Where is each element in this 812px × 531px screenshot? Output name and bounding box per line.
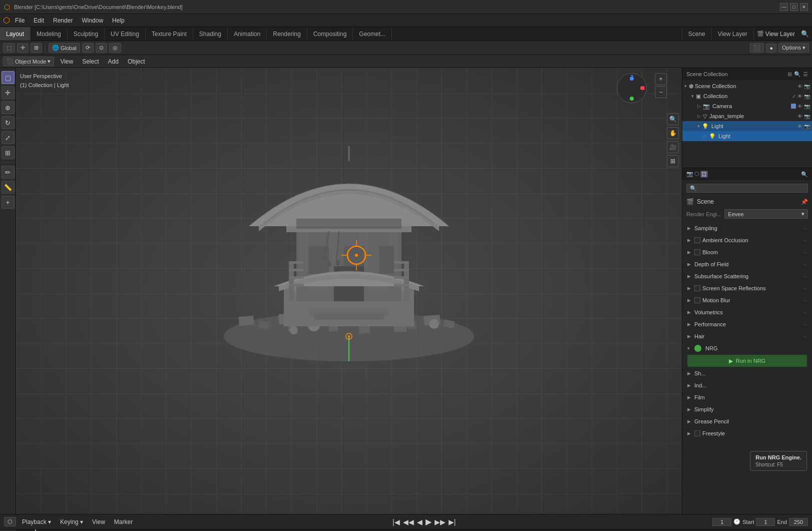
vol-row[interactable]: ▶ Volumetrics ··· bbox=[684, 307, 810, 318]
snap-btn[interactable]: ⊞ bbox=[31, 43, 42, 53]
play-reverse-btn[interactable]: ◀ bbox=[417, 518, 423, 526]
timeline-mode-btn[interactable]: ⬡ bbox=[4, 517, 16, 526]
props-icon-1[interactable]: 📷 bbox=[686, 171, 693, 178]
zoom-tool[interactable]: 🔍 bbox=[667, 113, 679, 125]
transform-btn[interactable]: ⟳ bbox=[82, 43, 94, 53]
select-box-btn[interactable]: ⬚ bbox=[3, 43, 15, 53]
playback-menu[interactable]: Playback ▾ bbox=[19, 517, 54, 526]
outliner-temple[interactable]: ▷ ▽ Japan_temple 👁 📷 bbox=[682, 111, 812, 121]
outliner-camera[interactable]: ▷ 📷 Camera 👁 📷 bbox=[682, 101, 812, 111]
hair-row[interactable]: ▶ Hair ··· bbox=[684, 331, 810, 342]
jump-start-btn[interactable]: |◀ bbox=[392, 518, 400, 526]
run-nrg-button[interactable]: ▶ Run in NRG bbox=[687, 355, 807, 367]
menu-render[interactable]: Render bbox=[49, 16, 77, 25]
current-frame-input[interactable]: 1 bbox=[712, 518, 731, 526]
transform-tool[interactable]: ⊞ bbox=[2, 146, 15, 159]
snap-toggle-btn[interactable]: ⊙ bbox=[96, 43, 107, 53]
tab-scene[interactable]: Scene bbox=[682, 27, 712, 41]
scale-tool[interactable]: ⤢ bbox=[2, 131, 15, 144]
zoom-out-btn[interactable]: − bbox=[655, 86, 667, 98]
props-search-input[interactable] bbox=[686, 184, 808, 193]
navigation-gizmo[interactable]: Z X + − bbox=[617, 73, 652, 108]
film-row[interactable]: ▶ Film bbox=[684, 392, 810, 403]
tab-sculpting[interactable]: Sculpting bbox=[68, 27, 105, 41]
props-icon-render[interactable]: 🖼 bbox=[700, 171, 708, 178]
sampling-row[interactable]: ▶ Sampling ··· bbox=[684, 223, 810, 234]
props-icon-2[interactable]: ⬡ bbox=[694, 171, 699, 178]
freestyle-row[interactable]: ▶ Freestyle bbox=[684, 428, 810, 439]
outliner-options-icon[interactable]: ☰ bbox=[803, 71, 808, 78]
render-engine-dropdown[interactable]: Eevee ▾ bbox=[724, 209, 808, 219]
props-search-icon[interactable]: 🔍 bbox=[801, 171, 808, 178]
scene-pin-icon[interactable]: 📌 bbox=[801, 199, 808, 205]
tab-rendering[interactable]: Rendering bbox=[267, 27, 307, 41]
keying-menu[interactable]: Keying ▾ bbox=[57, 517, 86, 526]
object-mode-dropdown[interactable]: ⬛ Object Mode ▾ bbox=[3, 57, 54, 66]
select-tool[interactable]: ▢ bbox=[2, 71, 15, 84]
object-menu[interactable]: Object bbox=[125, 57, 148, 66]
maximize-button[interactable]: □ bbox=[790, 3, 798, 11]
options-btn[interactable]: Options ▾ bbox=[778, 43, 809, 53]
frame-bar[interactable]: ◆ 0 20 40 60 80 100 120 140 160 180 200 … bbox=[0, 529, 812, 531]
tab-uv-editing[interactable]: UV Editing bbox=[105, 27, 146, 41]
start-frame-input[interactable] bbox=[756, 518, 775, 526]
menu-window[interactable]: Window bbox=[78, 16, 107, 25]
viewport-overlay-btn[interactable]: ⬛ bbox=[750, 43, 764, 53]
move-tool[interactable]: ⊕ bbox=[2, 101, 15, 114]
freestyle-checkbox[interactable] bbox=[694, 430, 700, 436]
shadows-row[interactable]: ▶ Sh... bbox=[684, 368, 810, 379]
dof-row[interactable]: ▶ Depth of Field ··· bbox=[684, 259, 810, 270]
view-menu[interactable]: View bbox=[57, 57, 76, 66]
tab-view-layer[interactable]: View Layer bbox=[712, 27, 754, 41]
ssr-checkbox[interactable] bbox=[694, 285, 700, 291]
proportional-btn[interactable]: ◎ bbox=[109, 43, 121, 53]
sss-row[interactable]: ▶ Subsurface Scattering ··· bbox=[684, 271, 810, 282]
nrg-row[interactable]: ▾ NRG bbox=[684, 343, 810, 354]
blender-menu-icon[interactable]: ⬡ bbox=[3, 16, 10, 25]
rotate-tool[interactable]: ↻ bbox=[2, 116, 15, 129]
bloom-checkbox[interactable] bbox=[694, 249, 700, 255]
camera-view-btn[interactable]: 🎥 bbox=[667, 141, 679, 153]
ao-row[interactable]: ▶ Ambient Occlusion ··· bbox=[684, 235, 810, 246]
minimize-button[interactable]: — bbox=[780, 3, 788, 11]
prev-keyframe-btn[interactable]: ◀◀ bbox=[403, 518, 414, 526]
bloom-row[interactable]: ▶ Bloom ··· bbox=[684, 247, 810, 258]
tab-animation[interactable]: Animation bbox=[228, 27, 267, 41]
tab-modeling[interactable]: Modeling bbox=[31, 27, 68, 41]
annotate-tool[interactable]: ✏ bbox=[2, 166, 15, 179]
viewport[interactable]: User Perspective (1) Collection | Light bbox=[16, 68, 682, 514]
cursor-btn[interactable]: ✛ bbox=[17, 43, 29, 53]
outliner-light-data[interactable]: ▷ 💡 Light bbox=[682, 131, 812, 141]
outliner-collection[interactable]: ▾ ▣ Collection ✓ 👁 📷 bbox=[682, 91, 812, 101]
search-header-icon[interactable]: 🔍 bbox=[801, 30, 809, 38]
global-btn[interactable]: 🌐 Global bbox=[49, 43, 80, 53]
tab-texture-paint[interactable]: Texture Paint bbox=[146, 27, 193, 41]
tab-shading[interactable]: Shading bbox=[193, 27, 228, 41]
cursor-tool[interactable]: ✛ bbox=[2, 86, 15, 99]
filter-icon[interactable]: ⊞ bbox=[787, 71, 792, 78]
shading-btn[interactable]: ● bbox=[766, 44, 776, 53]
add-tool[interactable]: + bbox=[2, 196, 15, 209]
ssr-row[interactable]: ▶ Screen Space Reflections ··· bbox=[684, 283, 810, 294]
indirect-row[interactable]: ▶ Ind... bbox=[684, 380, 810, 391]
marker-menu[interactable]: Marker bbox=[111, 517, 136, 526]
perf-row[interactable]: ▶ Performance ··· bbox=[684, 319, 810, 330]
outliner-search-icon[interactable]: 🔍 bbox=[794, 71, 801, 78]
outliner-scene-collection[interactable]: ▾ ⬢ Scene Collection 👁 📷 bbox=[682, 81, 812, 91]
close-button[interactable]: ✕ bbox=[800, 3, 808, 11]
menu-file[interactable]: File bbox=[11, 16, 29, 25]
grease-row[interactable]: ▶ Grease Pencil bbox=[684, 416, 810, 427]
measure-tool[interactable]: 📏 bbox=[2, 181, 15, 194]
menu-edit[interactable]: Edit bbox=[30, 16, 48, 25]
tl-view-menu[interactable]: View bbox=[89, 517, 108, 526]
select-menu[interactable]: Select bbox=[79, 57, 102, 66]
tab-compositing[interactable]: Compositing bbox=[307, 27, 353, 41]
motionblur-row[interactable]: ▶ Motion Blur ··· bbox=[684, 295, 810, 306]
simplify-row[interactable]: ▶ Simplify bbox=[684, 404, 810, 415]
end-frame-input[interactable] bbox=[789, 518, 808, 526]
motionblur-checkbox[interactable] bbox=[694, 297, 700, 303]
ao-checkbox[interactable] bbox=[694, 237, 700, 243]
play-btn[interactable]: ▶ bbox=[426, 517, 432, 526]
tab-geometry[interactable]: Geomet... bbox=[353, 27, 392, 41]
pan-tool[interactable]: ✋ bbox=[667, 127, 679, 139]
